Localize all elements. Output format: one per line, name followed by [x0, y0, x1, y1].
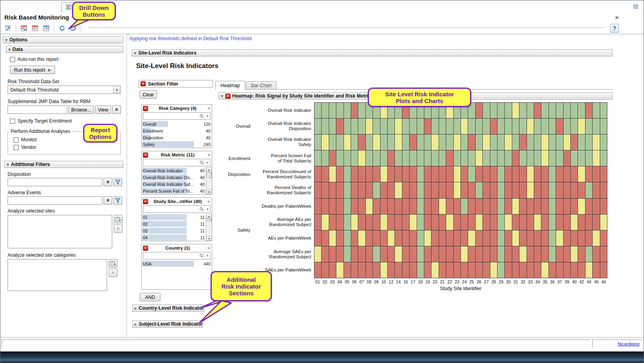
heatmap-cell[interactable]	[329, 150, 336, 166]
heatmap-cell[interactable]	[454, 230, 461, 246]
heatmap-cell[interactable]	[505, 230, 511, 246]
heatmap-cell[interactable]	[358, 119, 365, 134]
heatmap-cell[interactable]	[358, 150, 365, 166]
heatmap-cell[interactable]	[556, 246, 563, 262]
heatmap-red-triangle-icon[interactable]: ▼	[225, 94, 230, 99]
heatmap-cell[interactable]	[541, 199, 548, 214]
heatmap-cell[interactable]	[578, 262, 585, 278]
heatmap-cell[interactable]	[431, 199, 438, 214]
heatmap-cell[interactable]	[519, 182, 526, 198]
heatmap-cell[interactable]	[395, 230, 402, 246]
heatmap-cell[interactable]	[439, 246, 446, 262]
heatmap-cell[interactable]	[454, 119, 461, 134]
tab-heatmap[interactable]: Heatmap	[215, 81, 245, 90]
heatmap-cell[interactable]	[395, 246, 402, 262]
heatmap-cell[interactable]	[454, 199, 461, 214]
heatmap-cell[interactable]	[600, 103, 607, 118]
scroll-up-icon[interactable]: ▲	[206, 214, 212, 219]
heatmap-cell[interactable]	[373, 230, 380, 246]
filter-item[interactable]: Overall Risk Indicator Saf...40	[142, 181, 206, 187]
collapse-triangle-icon[interactable]: ▾	[5, 37, 8, 43]
heatmap-cell[interactable]	[402, 182, 409, 198]
heatmap-cell[interactable]	[556, 119, 563, 134]
dropdown-caret-icon[interactable]: ▾	[205, 161, 210, 164]
heatmap-cell[interactable]	[446, 246, 453, 262]
heatmap-cell[interactable]	[351, 246, 358, 262]
heatmap-cell[interactable]	[490, 262, 497, 278]
heatmap-cell[interactable]	[578, 215, 585, 230]
heatmap-cell[interactable]	[498, 215, 504, 230]
heatmap-cell[interactable]	[314, 215, 321, 230]
heatmap-cell[interactable]	[366, 166, 373, 182]
heatmap-cell[interactable]	[446, 182, 453, 198]
heatmap-cell[interactable]	[571, 103, 578, 118]
heatmap-cell[interactable]	[395, 166, 402, 182]
heatmap-cell[interactable]	[534, 135, 541, 150]
heatmap-cell[interactable]	[593, 215, 599, 230]
heatmap-cell[interactable]	[564, 135, 570, 150]
heatmap-cell[interactable]	[578, 182, 585, 198]
specify-target-checkbox[interactable]	[10, 119, 15, 124]
heatmap-cell[interactable]	[336, 199, 343, 214]
heatmap-cell[interactable]	[336, 182, 343, 198]
heatmap-cell[interactable]	[439, 150, 446, 166]
heatmap-cell[interactable]	[402, 199, 409, 214]
heatmap-cell[interactable]	[431, 262, 438, 278]
heatmap-cell[interactable]	[373, 119, 380, 134]
heatmap-cell[interactable]	[461, 262, 468, 278]
heatmap-cell[interactable]	[344, 246, 351, 262]
data-table-red-icon[interactable]	[30, 23, 40, 33]
heatmap-cell[interactable]	[585, 166, 592, 182]
heatmap-cell[interactable]	[564, 246, 570, 262]
heatmap-cell[interactable]	[527, 182, 534, 198]
heatmap-cell[interactable]	[549, 246, 556, 262]
dataset-link[interactable]: Nicardipine	[618, 342, 640, 346]
heatmap-cell[interactable]	[490, 230, 497, 246]
browse-button[interactable]: Browse...	[68, 105, 94, 114]
heatmap-cell[interactable]	[417, 166, 424, 182]
heatmap-cell[interactable]	[454, 135, 461, 150]
heatmap-cell[interactable]	[410, 199, 416, 214]
heatmap-cell[interactable]	[593, 166, 599, 182]
heatmap-cell[interactable]	[388, 150, 394, 166]
heatmap-cell[interactable]	[351, 135, 358, 150]
site-level-section-header[interactable]: ▾ Site-Level Risk Indicators	[132, 49, 613, 57]
heatmap-cell[interactable]	[483, 119, 490, 134]
heatmap-cell[interactable]	[564, 119, 570, 134]
heatmap-cell[interactable]	[314, 199, 321, 214]
collapse-triangle-icon[interactable]: ▾	[134, 51, 137, 56]
heatmap-cell[interactable]	[410, 230, 416, 246]
heatmap-cell[interactable]	[564, 262, 570, 278]
heatmap-cell[interactable]	[498, 166, 504, 182]
heatmap-cell[interactable]	[556, 262, 563, 278]
heatmap-cell[interactable]	[490, 182, 497, 198]
heatmap-cell[interactable]	[512, 103, 519, 118]
collapse-triangle-icon[interactable]: ▾	[8, 47, 11, 52]
heatmap-cell[interactable]	[512, 215, 519, 230]
heatmap-cell[interactable]	[549, 262, 556, 278]
heatmap-cell[interactable]	[322, 246, 328, 262]
heatmap-cell[interactable]	[388, 230, 394, 246]
heatmap-cell[interactable]	[446, 150, 453, 166]
filter-remove-icon[interactable]: ✕	[207, 153, 211, 157]
heatmap-cell[interactable]	[439, 262, 446, 278]
heatmap-cell[interactable]	[424, 230, 431, 246]
heatmap-cell[interactable]	[519, 215, 526, 230]
heatmap-cell[interactable]	[344, 166, 351, 182]
heatmap-cell[interactable]	[417, 246, 424, 262]
heatmap-cell[interactable]	[358, 166, 365, 182]
heatmap-cell[interactable]	[534, 182, 541, 198]
heatmap-cell[interactable]	[468, 166, 475, 182]
filter-search-input[interactable]	[143, 160, 199, 166]
heatmap-cell[interactable]	[483, 199, 490, 214]
heatmap-cell[interactable]	[556, 103, 563, 118]
heatmap-cell[interactable]	[358, 182, 365, 198]
heatmap-cell[interactable]	[468, 199, 475, 214]
heatmap-cell[interactable]	[329, 166, 336, 182]
heatmap-cell[interactable]	[381, 262, 387, 278]
heatmap-cell[interactable]	[519, 119, 526, 134]
heatmap-cell[interactable]	[571, 199, 578, 214]
heatmap-cell[interactable]	[578, 230, 585, 246]
heatmap-cell[interactable]	[490, 246, 497, 262]
filter-item[interactable]: 0311	[142, 227, 206, 234]
